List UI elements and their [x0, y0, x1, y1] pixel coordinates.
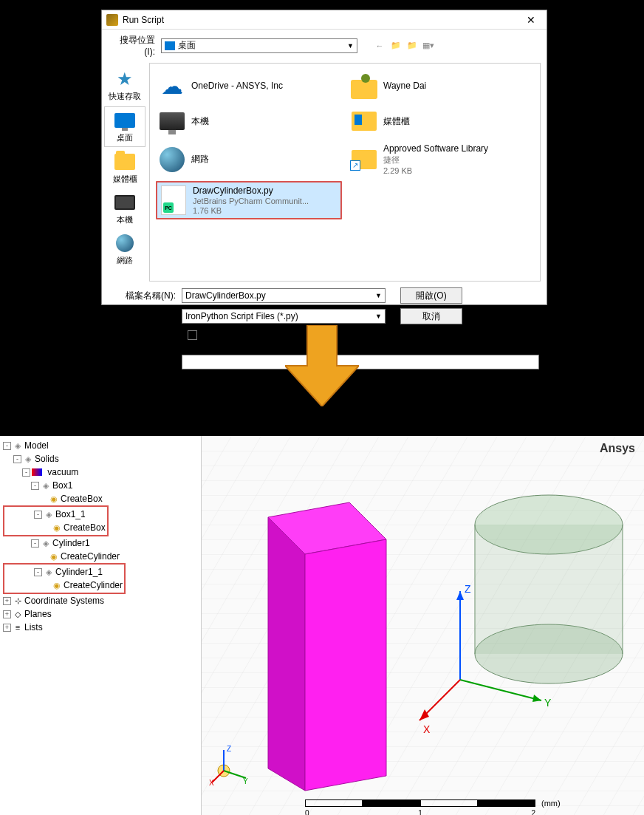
operation-icon: ◉ — [52, 581, 62, 590]
star-icon: ★ — [113, 69, 137, 89]
expand-icon[interactable]: - — [31, 539, 39, 548]
file-item[interactable]: ↗ Approved Software Library 捷徑 2.29 KB — [348, 140, 534, 178]
expand-icon[interactable]: + — [3, 624, 11, 632]
search-label: 搜尋位置(I): — [109, 34, 155, 57]
box-icon: ◈ — [41, 481, 51, 490]
pc-icon — [159, 108, 185, 134]
user-folder-icon — [351, 72, 377, 99]
location-value: 桌面 — [178, 39, 196, 52]
cylinder-geometry — [475, 495, 623, 683]
scale-segment — [305, 799, 363, 807]
svg-text:X: X — [209, 779, 214, 785]
expand-icon[interactable]: - — [3, 442, 11, 450]
brand-label: Ansys — [600, 442, 635, 455]
search-row: 搜尋位置(I): 桌面 ▼ ← 📁 📁 ▦▾ — [102, 30, 547, 61]
location-select[interactable]: 桌面 ▼ — [161, 38, 357, 53]
file-list[interactable]: ☁ OneDrive - ANSYS, Inc Wayne Dai 本機 媒體櫃 — [149, 63, 541, 282]
model-icon: ◈ — [13, 441, 23, 450]
readonly-checkbox[interactable] — [188, 330, 197, 340]
operation-icon: ◉ — [52, 523, 62, 532]
operation-icon: ◉ — [49, 494, 59, 503]
titlebar: Run Script ✕ — [102, 10, 547, 30]
lists-icon: ≡ — [13, 623, 23, 632]
scale-unit: (mm) — [541, 799, 561, 808]
sidebar-network[interactable]: 網路 — [104, 230, 145, 269]
desktop-icon — [165, 41, 175, 50]
expand-icon[interactable]: - — [34, 511, 42, 519]
scale-bar: 0 1 2 (mm) — [305, 799, 561, 808]
expand-icon[interactable]: - — [13, 455, 21, 463]
solids-icon: ◈ — [23, 454, 33, 463]
svg-rect-4 — [475, 525, 623, 654]
globe-icon — [159, 146, 185, 173]
python-file-icon: PC — [160, 187, 187, 214]
readonly-label: 以唯讀方式開啟(R) — [200, 329, 275, 341]
box-geometry — [268, 502, 386, 791]
file-item[interactable]: 網路 — [156, 140, 342, 178]
chevron-down-icon: ▼ — [375, 292, 382, 299]
model-tree[interactable]: -◈Model -◈Solids - vacuum -◈Box1 ◉Create… — [0, 436, 201, 815]
svg-text:Y: Y — [544, 697, 552, 709]
open-button[interactable]: 開啟(O) — [400, 287, 462, 304]
expand-icon[interactable]: - — [31, 482, 39, 490]
expand-icon[interactable]: + — [3, 610, 11, 618]
scale-segment — [363, 799, 420, 807]
script-label: Script — [109, 357, 176, 367]
filename-label: 檔案名稱(N): — [109, 290, 176, 302]
3d-viewport[interactable]: Z Y X Ansys Z Y X — [201, 436, 644, 815]
folder-icon — [113, 151, 137, 172]
highlight-cylinder1-1: -◈Cylinder1_1 ◉CreateCylinder — [3, 563, 126, 594]
close-button[interactable]: ✕ — [520, 12, 542, 28]
libraries-icon — [351, 108, 377, 134]
up-icon[interactable]: 📁 — [390, 40, 402, 52]
svg-text:Z: Z — [227, 746, 231, 753]
scale-segment — [478, 799, 535, 807]
run-script-dialog: Run Script ✕ 搜尋位置(I): 桌面 ▼ ← 📁 📁 ▦▾ ★ 快速… — [101, 10, 547, 305]
filename-input[interactable]: DrawCylinderBox.py ▼ — [182, 288, 386, 303]
svg-text:X: X — [423, 723, 431, 735]
file-item[interactable]: 媒體櫃 — [348, 105, 534, 137]
chevron-down-icon: ▼ — [347, 42, 354, 50]
expand-icon[interactable]: - — [34, 568, 42, 576]
filetype-select[interactable]: IronPython Script Files (*.py) ▼ — [182, 309, 386, 324]
view-icon[interactable]: ▦▾ — [422, 40, 434, 52]
grid-background: Z Y X — [202, 436, 644, 815]
globe-icon — [113, 233, 137, 253]
file-item[interactable]: 本機 — [156, 105, 342, 137]
sidebar-libraries[interactable]: 媒體櫃 — [104, 149, 145, 188]
chevron-down-icon: ▼ — [375, 313, 382, 320]
script-input[interactable] — [182, 355, 539, 369]
shortcut-folder-icon: ↗ — [351, 146, 377, 173]
coord-icon: ⊹ — [13, 596, 23, 605]
cancel-button[interactable]: 取消 — [400, 308, 462, 324]
arrow-down-icon — [285, 325, 359, 406]
new-folder-icon[interactable]: 📁 — [406, 40, 418, 52]
expand-icon[interactable]: + — [3, 597, 11, 605]
places-sidebar: ★ 快速存取 桌面 媒體櫃 本機 網路 — [102, 61, 148, 283]
sidebar-thispc[interactable]: 本機 — [104, 189, 145, 228]
material-icon — [32, 468, 42, 476]
operation-icon: ◉ — [49, 552, 59, 561]
mini-triad[interactable]: Z Y X — [209, 746, 249, 785]
svg-text:Y: Y — [243, 777, 248, 785]
sidebar-desktop[interactable]: 桌面 — [104, 106, 145, 147]
sidebar-quickaccess[interactable]: ★ 快速存取 — [104, 66, 145, 105]
desktop-icon — [113, 110, 137, 131]
toolbar: ← 📁 📁 ▦▾ — [374, 40, 434, 52]
cloud-icon: ☁ — [159, 72, 185, 99]
svg-text:Z: Z — [465, 583, 471, 595]
app-icon — [106, 14, 118, 26]
file-item[interactable]: Wayne Dai — [348, 69, 534, 102]
cylinder-icon: ◈ — [44, 567, 54, 576]
pc-icon — [113, 192, 137, 213]
dialog-title: Run Script — [123, 15, 520, 25]
planes-icon: ◇ — [13, 610, 23, 618]
back-icon[interactable]: ← — [374, 40, 386, 52]
filetype-label: 檔案類型(T): — [109, 310, 176, 323]
box-icon: ◈ — [44, 510, 54, 519]
file-item[interactable]: ☁ OneDrive - ANSYS, Inc — [156, 69, 342, 102]
expand-icon[interactable]: - — [22, 468, 30, 477]
scale-segment — [420, 799, 478, 807]
file-item-selected[interactable]: PC DrawCylinderBox.py JetBrains PyCharm … — [156, 181, 342, 219]
ansys-window: -◈Model -◈Solids - vacuum -◈Box1 ◉Create… — [0, 436, 644, 815]
